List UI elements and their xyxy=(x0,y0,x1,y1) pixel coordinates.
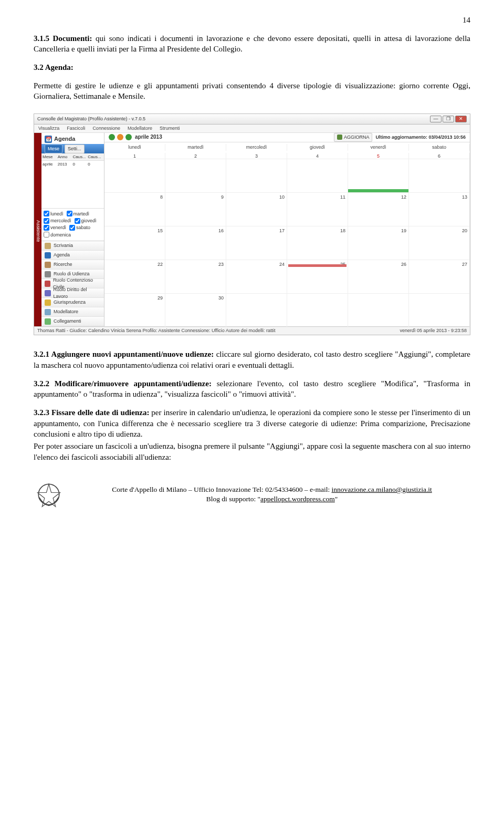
calendar-cell[interactable] xyxy=(226,159,287,193)
calendar-day-header: mercoledì xyxy=(226,144,287,150)
section-321: 3.2.1 Aggiungere nuovi appuntamenti/nuov… xyxy=(34,349,470,370)
nav-item[interactable]: Modellatore xyxy=(41,307,104,317)
calendar-cell[interactable] xyxy=(409,294,470,327)
section-322: 3.2.2 Modificare/rimuovere appuntamenti/… xyxy=(34,378,470,400)
calendar-toolbar: aprile 2013 AGGIORNA Ultimo aggiornament… xyxy=(104,133,470,142)
nav-icon xyxy=(45,281,50,287)
nav-icon xyxy=(45,318,51,325)
calendar-cell[interactable] xyxy=(226,294,287,327)
calendar-cell[interactable]: 13 xyxy=(409,193,470,226)
calendar-cell[interactable]: 25 xyxy=(287,260,348,294)
footer-line2a: Blog di supporto: " xyxy=(206,495,260,503)
calendar-cell[interactable]: 16 xyxy=(165,226,226,260)
calendar-cell[interactable]: 23 xyxy=(165,260,226,294)
calendar-cell[interactable]: 17 xyxy=(226,226,287,260)
status-left: Thomas Ratti - Giudice: Calendino Vinici… xyxy=(37,327,275,334)
agenda-header-label: Agenda xyxy=(54,135,75,143)
day-checkbox[interactable]: domenica xyxy=(44,232,71,238)
nav-item[interactable]: Scrivania xyxy=(41,241,104,251)
section-32-title-line: 3.2 Agenda: xyxy=(34,62,470,73)
calendar-cell[interactable]: 19 xyxy=(348,226,409,260)
page-footer: Corte d'Appello di Milano – Ufficio Inno… xyxy=(34,477,470,510)
calendar-cell[interactable]: 27 xyxy=(409,260,470,294)
calendar-cell[interactable]: 18 xyxy=(287,226,348,260)
window-title: Consolle del Magistrato (Profilo Assiste… xyxy=(37,116,145,122)
calendar-cell[interactable]: 30 xyxy=(165,294,226,327)
nav-icon xyxy=(45,290,51,296)
calendar-cell[interactable]: 24 xyxy=(226,260,287,294)
calendar-cell[interactable] xyxy=(287,159,348,193)
calendar-cell[interactable] xyxy=(409,159,470,193)
calendar-cell[interactable]: 15 xyxy=(104,226,165,260)
calendar-cell[interactable]: 9 xyxy=(165,193,226,226)
maximize-icon[interactable]: ❐ xyxy=(443,116,454,122)
section-315-title: 3.1.5 Documenti: xyxy=(34,34,92,43)
menu-item[interactable]: Connessione xyxy=(92,125,120,131)
calendar-cell[interactable] xyxy=(104,159,165,193)
filter-row: aprile201300 xyxy=(41,161,104,168)
nav-item[interactable]: Ruolo Diritto del Lavoro xyxy=(41,288,104,298)
menu-item[interactable]: Strumenti xyxy=(160,125,180,131)
footer-email-link[interactable]: innovazione.ca.milano@giustizia.it xyxy=(332,486,432,493)
day-filter: lunedìmartedìmercoledìgiovedìvenerdìsaba… xyxy=(41,208,104,241)
calendar-cell[interactable]: 20 xyxy=(409,226,470,260)
footer-text: Corte d'Appello di Milano – Ufficio Inno… xyxy=(74,485,470,504)
agenda-header: 📅 Agenda xyxy=(41,133,104,144)
day-checkbox[interactable]: sabato xyxy=(69,224,90,231)
calendar-cell[interactable] xyxy=(348,159,409,193)
calendar-day-header: martedì xyxy=(165,144,226,150)
agenda-screenshot: Consolle del Magistrato (Profilo Assiste… xyxy=(34,113,470,335)
section-323-title: 3.2.3 Fissare delle date di udienza: xyxy=(34,408,149,417)
calendar-grid[interactable]: lunedìmartedìmercoledìgiovedìvenerdìsaba… xyxy=(104,142,470,327)
minimize-icon[interactable]: — xyxy=(430,116,442,122)
menu-item[interactable]: Modellatore xyxy=(128,125,152,131)
nav-icon xyxy=(45,243,51,249)
day-checkbox[interactable]: venerdì xyxy=(44,224,66,231)
calendar-cell[interactable]: 12 xyxy=(348,193,409,226)
nav-arrows[interactable] xyxy=(109,134,132,140)
calendar-cell[interactable]: 11 xyxy=(287,193,348,226)
calendar-cell[interactable] xyxy=(287,294,348,327)
status-bar: Thomas Ratti - Giudice: Calendino Vinici… xyxy=(34,326,470,335)
section-323-p1: 3.2.3 Fissare delle date di udienza: per… xyxy=(34,407,470,440)
view-switch: Mese Setti... xyxy=(41,144,104,153)
nav-item[interactable]: Agenda xyxy=(41,251,104,260)
nav-list: ScrivaniaAgendaRicercheRuolo di UdienzaR… xyxy=(41,241,104,326)
week-view-button[interactable]: Setti... xyxy=(65,144,85,153)
left-panel: 📅 Agenda Mese Setti... MeseAnnoCaus...Ca… xyxy=(41,133,104,326)
day-checkbox[interactable]: martedì xyxy=(67,211,90,217)
refresh-icon xyxy=(337,135,342,140)
nav-icon xyxy=(45,262,51,268)
window-titlebar: Consolle del Magistrato (Profilo Assiste… xyxy=(34,114,470,125)
nav-icon xyxy=(45,299,51,306)
nav-item[interactable]: Ricerche xyxy=(41,260,104,270)
calendar-day-header: lunedì xyxy=(104,144,165,150)
calendar-cell[interactable]: 29 xyxy=(104,294,165,327)
footer-line2b: " xyxy=(335,495,338,503)
calendar-cell[interactable] xyxy=(165,159,226,193)
day-checkbox[interactable]: giovedì xyxy=(75,218,97,224)
footer-line1a: Corte d'Appello di Milano – Ufficio Inno… xyxy=(112,486,331,493)
calendar-cell[interactable]: 22 xyxy=(104,260,165,294)
menu-item[interactable]: Fascicoli xyxy=(67,125,85,131)
day-checkbox[interactable]: lunedì xyxy=(44,211,64,217)
calendar-cell[interactable] xyxy=(348,294,409,327)
section-32-text: Permette di gestire le udienze e gli app… xyxy=(34,80,470,102)
section-322-title: 3.2.2 Modificare/rimuovere appuntamenti/… xyxy=(34,379,212,388)
calendar-icon: 📅 xyxy=(45,136,52,143)
menu-item[interactable]: Visualizza xyxy=(38,125,59,131)
calendar-cell[interactable]: 10 xyxy=(226,193,287,226)
refresh-button[interactable]: AGGIORNA xyxy=(334,133,373,141)
footer-blog-link[interactable]: appellopct.wordpress.com xyxy=(260,495,335,503)
calendar-day-header: venerdì xyxy=(348,144,409,150)
close-icon[interactable]: ✕ xyxy=(455,116,467,122)
filter-head: MeseAnnoCaus...Caus... xyxy=(41,153,104,161)
day-checkbox[interactable]: mercoledì xyxy=(44,218,71,224)
calendar-cell[interactable]: 26 xyxy=(348,260,409,294)
month-view-button[interactable]: Mese xyxy=(45,144,62,153)
nav-icon xyxy=(45,271,51,277)
section-323-p2: Per poter associare un fascicoli a un'ud… xyxy=(34,441,470,462)
calendar-cell[interactable]: 8 xyxy=(104,193,165,226)
nav-item[interactable]: Collegamenti xyxy=(41,317,104,326)
status-right: venerdì 05 aprile 2013 - 9:23:58 xyxy=(400,327,467,334)
